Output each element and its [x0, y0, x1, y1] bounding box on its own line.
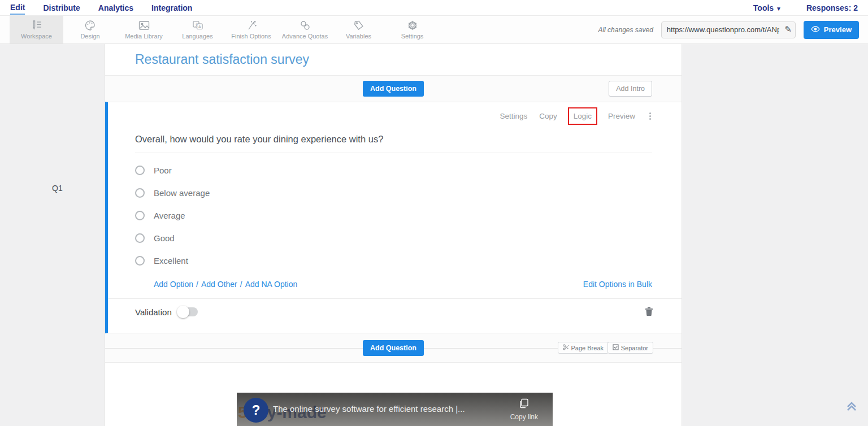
validation-row: Validation	[108, 299, 682, 318]
questionpro-logo: ?	[244, 398, 268, 423]
toolbar-item-workspace[interactable]: Workspace	[10, 16, 63, 44]
eye-icon	[811, 25, 820, 34]
toolbar-item-settings[interactable]: Settings	[385, 16, 439, 44]
question-card-q1: Settings Copy Logic Preview Overall, how…	[105, 102, 682, 333]
toolbar-item-label: Design	[80, 33, 99, 40]
option-links-row: Add Option / Add Other / Add NA Option E…	[108, 272, 682, 289]
question-text[interactable]: Overall, how would you rate your dining …	[108, 121, 682, 145]
action-logic[interactable]: Logic	[568, 107, 597, 125]
option-row: Average	[135, 204, 682, 227]
option-label[interactable]: Good	[154, 233, 175, 243]
toolbar-item-languages[interactable]: 文 A Languages	[171, 16, 224, 44]
preview-label: Preview	[824, 25, 852, 34]
option-label[interactable]: Average	[154, 211, 185, 220]
settings-icon	[406, 20, 419, 31]
radio-button[interactable]	[135, 233, 145, 243]
edit-options-in-bulk-link[interactable]: Edit Options in Bulk	[583, 280, 652, 289]
option-label[interactable]: Below average	[154, 188, 210, 198]
link-separator: /	[240, 280, 242, 289]
toolbar-item-finish-options[interactable]: Finish Options	[224, 16, 278, 44]
add-na-option-link[interactable]: Add NA Option	[245, 280, 298, 289]
top-nav: Edit Distribute Analytics Integration To…	[0, 0, 868, 16]
toolbar-item-label: Advance Quotas	[282, 33, 328, 40]
radio-button[interactable]	[135, 188, 145, 198]
toolbar-item-label: Media Library	[125, 33, 163, 40]
radio-button[interactable]	[135, 166, 145, 175]
design-icon	[84, 20, 96, 31]
nav-tab-integration[interactable]: Integration	[151, 1, 192, 14]
survey-column: Restaurant satisfaction survey Add Quest…	[105, 44, 682, 426]
toolbar-item-advance-quotas[interactable]: Advance Quotas	[278, 16, 332, 44]
survey-url-input[interactable]	[661, 21, 796, 38]
nav-tab-distribute[interactable]: Distribute	[43, 1, 80, 14]
editor-toolbar: Workspace Design Media Libr	[0, 16, 868, 44]
responses-link[interactable]: Responses: 2	[806, 1, 858, 14]
variables-icon	[353, 20, 365, 31]
toolbar-item-design[interactable]: Design	[63, 16, 117, 44]
toolbar-item-label: Settings	[401, 33, 424, 40]
add-question-band-top: Add Question Add Intro	[105, 76, 682, 102]
svg-text:A: A	[198, 25, 201, 29]
add-intro-button[interactable]: Add Intro	[609, 81, 652, 97]
option-label[interactable]: Excellent	[154, 256, 188, 266]
delete-question-button[interactable]	[645, 306, 653, 318]
workspace-icon	[31, 20, 43, 31]
separator-button[interactable]: Separator	[607, 342, 653, 354]
validation-toggle[interactable]	[177, 307, 198, 316]
preview-button[interactable]: Preview	[804, 21, 859, 39]
finish-options-icon	[245, 20, 258, 31]
option-row: Below average	[135, 181, 682, 204]
page-break-icon	[563, 344, 569, 351]
chevron-down-icon: ▼	[776, 6, 782, 12]
add-question-band-bottom: Add Question Page Break Separat	[105, 333, 682, 363]
separator-label: Separator	[621, 345, 648, 351]
toolbar-item-variables[interactable]: Variables	[332, 16, 385, 44]
save-status: All changes saved	[598, 26, 653, 34]
nav-tab-analytics[interactable]: Analytics	[98, 1, 133, 14]
toolbar-item-media-library[interactable]: Media Library	[117, 16, 171, 44]
option-label[interactable]: Poor	[154, 166, 172, 175]
video-copy-link[interactable]: Copy link	[510, 398, 538, 421]
add-question-button-top[interactable]: Add Question	[363, 81, 424, 97]
radio-button[interactable]	[135, 256, 145, 266]
toolbar-item-label: Finish Options	[231, 33, 271, 40]
action-copy[interactable]: Copy	[539, 112, 557, 120]
more-options-icon[interactable]	[647, 111, 653, 121]
copy-link-icon	[519, 398, 529, 411]
video-title: The online survey software for efficient…	[273, 404, 465, 414]
page-break-button[interactable]: Page Break	[558, 342, 609, 354]
page-title[interactable]: Restaurant satisfaction survey	[135, 52, 309, 67]
scroll-to-top-button[interactable]	[845, 401, 858, 414]
question-id-q1: Q1	[52, 184, 63, 193]
page-break-label: Page Break	[571, 345, 604, 351]
question-actions: Settings Copy Logic Preview	[108, 102, 682, 121]
nav-tabs: Edit Distribute Analytics Integration	[10, 1, 192, 15]
option-row: Poor	[135, 159, 682, 181]
trash-icon	[645, 309, 653, 318]
radio-button[interactable]	[135, 211, 145, 220]
languages-icon: 文 A	[192, 20, 204, 31]
action-preview[interactable]: Preview	[608, 112, 635, 120]
advance-quotas-icon	[299, 20, 311, 31]
action-settings[interactable]: Settings	[500, 112, 527, 120]
add-question-button-bottom[interactable]: Add Question	[363, 340, 424, 356]
answer-options: Poor Below average Average Good Excellen…	[108, 153, 682, 272]
add-other-link[interactable]: Add Other	[201, 280, 237, 289]
tools-menu[interactable]: Tools ▼	[753, 1, 782, 14]
editor-canvas: Restaurant satisfaction survey Add Quest…	[0, 44, 868, 426]
option-row: Good	[135, 227, 682, 249]
separator-icon	[613, 344, 619, 351]
video-embed[interactable]: 5ady-made ? The online survey software f…	[237, 393, 553, 426]
copy-link-label: Copy link	[510, 413, 538, 421]
toolbar-item-label: Languages	[182, 33, 212, 40]
link-separator: /	[196, 280, 198, 289]
edit-url-icon[interactable]: ✎	[784, 24, 792, 34]
nav-tab-edit[interactable]: Edit	[10, 1, 25, 15]
chevron-double-up-icon	[845, 405, 858, 414]
add-option-link[interactable]: Add Option	[154, 280, 193, 289]
survey-title-section: Restaurant satisfaction survey	[105, 44, 682, 76]
toolbar-item-label: Workspace	[21, 33, 52, 40]
tools-label: Tools	[753, 3, 774, 12]
validation-label: Validation	[135, 307, 172, 317]
option-row: Excellent	[135, 249, 682, 272]
